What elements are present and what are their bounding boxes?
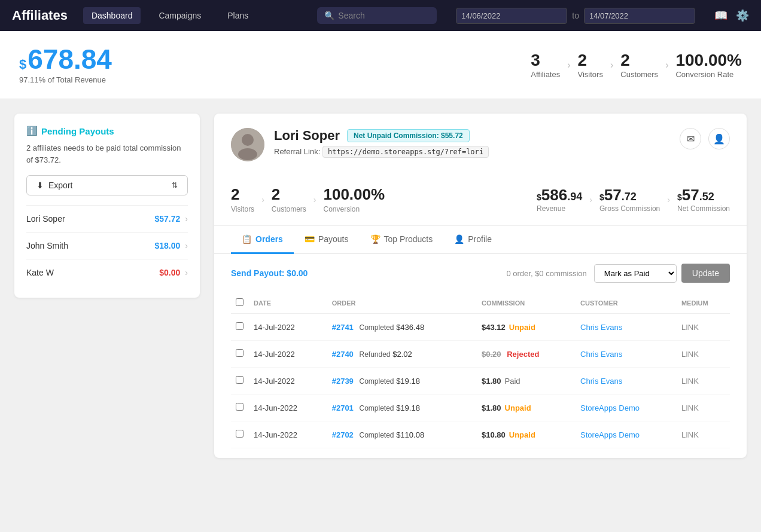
book-icon[interactable]: 📖 — [714, 9, 727, 22]
date-range: to — [456, 8, 695, 24]
select-all-checkbox[interactable] — [236, 298, 243, 306]
affiliate-row-1[interactable]: John Smith $18.00 › — [26, 232, 188, 259]
detail-header: Lori Soper Net Unpaid Commission: $55.72… — [214, 114, 747, 173]
update-button[interactable]: Update — [681, 264, 730, 283]
revenue-dollar: $ — [19, 57, 26, 72]
profile-icon: 👤 — [454, 234, 464, 244]
order-date-1: 14-Jul-2022 — [249, 341, 327, 368]
mark-paid-select[interactable]: Mark as Paid Mark as Unpaid — [594, 264, 677, 283]
app-brand: Affiliates — [12, 8, 68, 23]
affiliate-name-1: John Smith — [26, 241, 155, 250]
medium-cell-4: LINK — [677, 421, 730, 448]
tab-bar: 📋 Orders 💳 Payouts 🏆 Top Products 👤 Prof… — [214, 226, 747, 254]
aff-arrow-1: › — [261, 195, 264, 204]
visitors-count: 2 — [578, 51, 603, 70]
date-separator: to — [572, 11, 579, 20]
nav-plans[interactable]: Plans — [219, 7, 257, 24]
tab-orders[interactable]: 📋 Orders — [231, 226, 294, 254]
customer-link-0[interactable]: Chris Evans — [580, 323, 622, 332]
table-row: 14-Jul-2022 #2741 Completed $436.48 $43.… — [231, 314, 730, 341]
table-row: 14-Jun-2022 #2701 Completed $19.18 $1.80… — [231, 395, 730, 421]
chevron-icon-1: › — [185, 241, 188, 250]
order-amount-2: $19.18 — [396, 377, 420, 386]
commission-cell-3: $1.80Unpaid — [477, 395, 576, 421]
revenue-block: $ 678.84 97.11% of Total Revenue — [19, 45, 112, 84]
header-actions: ✉ 👤 — [680, 128, 730, 149]
row-checkbox-1[interactable] — [236, 349, 243, 357]
date-from-input[interactable] — [456, 8, 567, 24]
date-to-input[interactable] — [584, 8, 695, 24]
tab-profile[interactable]: 👤 Profile — [443, 226, 503, 254]
search-icon: 🔍 — [324, 11, 334, 20]
row-checkbox-0[interactable] — [236, 322, 243, 330]
order-status-2: Completed — [359, 377, 394, 386]
order-status-4: Completed — [359, 431, 394, 439]
aff-stat-conversion: 100.00% Conversion — [323, 185, 385, 213]
nav-dashboard[interactable]: Dashboard — [83, 7, 141, 24]
order-date-0: 14-Jul-2022 — [249, 314, 327, 341]
order-link-2[interactable]: #2739 — [332, 377, 354, 386]
customer-link-4[interactable]: StoreApps Demo — [580, 430, 640, 439]
svg-point-2 — [238, 148, 257, 160]
medium-cell-1: LINK — [677, 341, 730, 368]
nav-campaigns[interactable]: Campaigns — [150, 7, 209, 24]
customer-cell-0: Chris Evans — [576, 314, 677, 341]
row-checkbox-4[interactable] — [236, 430, 243, 438]
main-content: ℹ️ Pending Payouts 2 affiliates needs to… — [0, 99, 761, 472]
order-cell-4: #2702 Completed $110.08 — [327, 421, 477, 448]
row-checkbox-3[interactable] — [236, 403, 243, 411]
customer-link-1[interactable]: Chris Evans — [580, 350, 622, 359]
order-link-0[interactable]: #2741 — [332, 323, 354, 332]
affiliates-count: 3 — [531, 51, 560, 70]
customer-link-2[interactable]: Chris Evans — [580, 377, 622, 386]
affiliate-amount-0: $57.72 — [155, 214, 181, 224]
settings-icon[interactable]: ⚙️ — [736, 9, 749, 22]
customer-link-3[interactable]: StoreApps Demo — [580, 403, 640, 412]
medium-cell-2: LINK — [677, 368, 730, 395]
stat-conversion: 100.00% Conversion Rate — [675, 51, 742, 79]
table-row: 14-Jul-2022 #2740 Refunded $2.02 $0.20 R… — [231, 341, 730, 368]
search-input[interactable] — [338, 11, 422, 20]
chevron-icon-0: › — [185, 214, 188, 224]
affiliates-label: Affiliates — [531, 70, 560, 79]
tab-top-products[interactable]: 🏆 Top Products — [360, 226, 444, 254]
order-link-4[interactable]: #2702 — [332, 430, 354, 439]
order-link-1[interactable]: #2740 — [332, 350, 354, 359]
customer-cell-2: Chris Evans — [576, 368, 677, 395]
col-commission: COMMISSION — [477, 292, 576, 314]
commission-cell-1: $0.20 Rejected — [477, 341, 576, 368]
orders-area: Send Payout: $0.00 0 order, $0 commissio… — [214, 254, 747, 458]
send-payout-link[interactable]: Send Payout: $0.00 — [231, 268, 308, 278]
user-button[interactable]: 👤 — [708, 128, 730, 149]
email-button[interactable]: ✉ — [680, 128, 701, 149]
info-icon: ℹ️ — [26, 126, 38, 136]
medium-cell-0: LINK — [677, 314, 730, 341]
order-link-3[interactable]: #2701 — [332, 403, 354, 412]
row-checkbox-2[interactable] — [236, 376, 243, 384]
affiliate-row-2[interactable]: Kate W $0.00 › — [26, 259, 188, 286]
commission-cell-0: $43.12Unpaid — [477, 314, 576, 341]
pending-payouts-card: ℹ️ Pending Payouts 2 affiliates needs to… — [14, 114, 200, 298]
orders-icon: 📋 — [242, 234, 252, 244]
top-navigation: Affiliates Dashboard Campaigns Plans 🔍 t… — [0, 0, 761, 31]
col-medium: MEDIUM — [677, 292, 730, 314]
customers-count: 2 — [620, 51, 658, 70]
svg-point-1 — [242, 134, 254, 146]
commission-cell-4: $10.80Unpaid — [477, 421, 576, 448]
tab-payouts[interactable]: 💳 Payouts — [294, 226, 360, 254]
stat-arrow-1: › — [567, 60, 570, 71]
stat-visitors: 2 Visitors — [578, 51, 603, 79]
sort-icon: ⇅ — [172, 181, 178, 189]
affiliate-row-0[interactable]: Lori Soper $57.72 › — [26, 205, 188, 232]
sidebar: ℹ️ Pending Payouts 2 affiliates needs to… — [14, 114, 200, 458]
affiliate-amount-1: $18.00 — [155, 241, 181, 250]
aff-stat-revenue: $586.94 Revenue — [537, 186, 582, 213]
order-summary: 0 order, $0 commission — [506, 269, 586, 278]
aff-stat-gross: $57.72 Gross Commission — [599, 186, 660, 213]
stats-bar: $ 678.84 97.11% of Total Revenue 3 Affil… — [0, 31, 761, 99]
export-button[interactable]: ⬇ Export ⇅ — [26, 175, 188, 195]
stat-affiliates: 3 Affiliates — [531, 51, 560, 79]
revenue-sub: 97.11% of Total Revenue — [19, 75, 112, 84]
order-amount-0: $436.48 — [396, 323, 424, 332]
aff-stat-visitors: 2 Visitors — [231, 185, 254, 213]
